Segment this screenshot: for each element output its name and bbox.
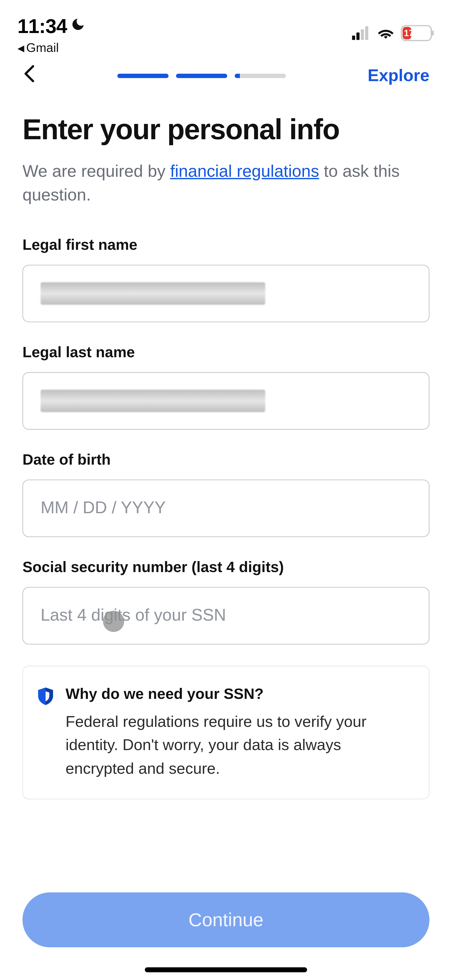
back-triangle-icon: ◀ [17, 43, 24, 53]
dob-input[interactable] [41, 498, 411, 518]
progress-seg-2 [176, 73, 227, 78]
explore-link[interactable]: Explore [368, 66, 430, 85]
last-name-redacted [41, 390, 265, 412]
dob-label: Date of birth [22, 450, 430, 468]
svg-rect-3 [365, 26, 368, 40]
svg-text:17: 17 [404, 28, 414, 38]
svg-rect-7 [432, 30, 434, 36]
last-name-input-wrap[interactable] [22, 372, 430, 429]
last-name-label: Legal last name [22, 343, 430, 361]
ssn-input[interactable] [41, 606, 411, 625]
ssn-label: Social security number (last 4 digits) [22, 558, 430, 576]
ssn-info-body: Federal regulations require us to verify… [65, 710, 410, 780]
cell-signal-icon [352, 26, 371, 40]
continue-button[interactable]: Continue [22, 892, 430, 947]
first-name-redacted [41, 282, 265, 305]
svg-rect-0 [352, 36, 355, 40]
financial-regulations-link[interactable]: financial regulations [170, 162, 319, 180]
progress-seg-1 [118, 73, 169, 78]
ssn-info-box: Why do we need your SSN? Federal regulat… [22, 665, 430, 799]
progress-seg-3 [235, 73, 286, 78]
svg-rect-1 [356, 33, 360, 40]
home-indicator[interactable] [145, 967, 307, 972]
back-to-app[interactable]: ◀ Gmail [17, 41, 86, 55]
status-time: 11:34 [17, 15, 67, 38]
status-bar: 11:34 ◀ Gmail [0, 0, 452, 38]
first-name-input-wrap[interactable] [22, 265, 430, 322]
progress-indicator [118, 73, 286, 78]
first-name-label: Legal first name [22, 236, 430, 253]
page-title: Enter your personal info [0, 89, 452, 146]
svg-rect-2 [361, 29, 364, 40]
back-button[interactable] [22, 62, 36, 89]
page-subtitle: We are required by financial regulations… [0, 146, 452, 207]
wifi-icon [377, 26, 394, 40]
back-app-label: Gmail [26, 41, 59, 55]
battery-icon: 17 [401, 25, 435, 41]
shield-icon [38, 687, 53, 708]
ssn-info-title: Why do we need your SSN? [65, 685, 410, 702]
touch-indicator [103, 611, 124, 632]
moon-icon [71, 17, 86, 36]
